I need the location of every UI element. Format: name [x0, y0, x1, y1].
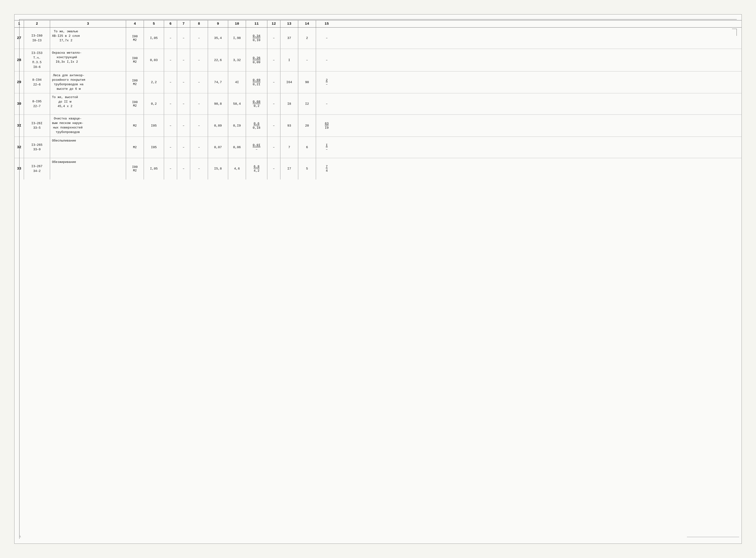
inner-border — [19, 19, 737, 539]
header — [15, 15, 741, 20]
page: 1 2 3 4 5 6 7 8 9 10 11 12 13 14 15 27I3… — [14, 14, 742, 544]
bottom-right-mark — [687, 537, 739, 541]
bottom-corner-mark: └ — [19, 535, 21, 539]
right-corner-mark — [732, 29, 737, 36]
